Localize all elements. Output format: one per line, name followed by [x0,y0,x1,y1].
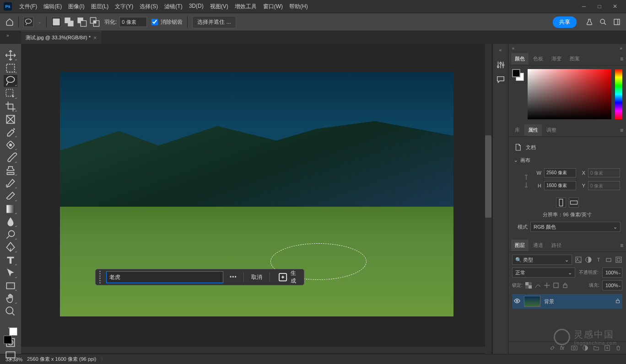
menu-view[interactable]: 视图(V) [207,1,231,12]
lock-artboard-icon[interactable] [553,282,559,289]
dodge-tool[interactable] [4,229,17,241]
new-layer-icon[interactable] [604,345,610,351]
gradient-tool[interactable] [4,203,17,215]
minimize-button[interactable]: ─ [580,3,588,10]
blur-tool[interactable] [4,216,17,228]
hand-tool[interactable] [4,293,17,305]
screenmode-tool[interactable] [4,349,17,361]
background-swatch[interactable] [9,327,17,336]
dropdown-caret-icon[interactable]: ⌄ [38,20,42,24]
canvas-area[interactable]: ••• 取消 生成 [21,44,492,354]
width-input[interactable] [544,168,576,177]
generative-prompt-input[interactable] [106,271,223,283]
canvas-scrollbar-v[interactable] [485,44,491,354]
move-tool[interactable] [4,49,17,61]
height-input[interactable] [544,181,576,190]
menu-3d[interactable]: 3D(D) [186,1,206,12]
lasso-tool[interactable] [4,75,17,87]
antialias-checkbox[interactable] [151,19,158,25]
color-swatch-pair[interactable] [512,69,524,81]
selection-new-icon[interactable] [51,17,61,27]
color-field[interactable] [528,69,611,119]
type-tool[interactable] [4,254,17,266]
tab-layers[interactable]: 图层 [511,240,529,251]
zoom-tool[interactable] [4,305,17,317]
panel-menu-icon[interactable]: ≡ [620,56,623,62]
layer-item-background[interactable]: 背景 [512,294,622,309]
menu-filter[interactable]: 滤镜(T) [162,1,185,12]
panel-menu-icon[interactable]: ≡ [620,242,623,249]
close-button[interactable]: ✕ [611,3,619,10]
filter-type-icon[interactable]: T [595,256,602,263]
feather-input[interactable] [119,17,147,27]
adjustments-strip-icon[interactable] [496,60,506,70]
tab-adjustments[interactable]: 调整 [543,124,560,136]
tab-close-icon[interactable]: × [93,34,97,41]
delete-layer-icon[interactable] [615,345,621,351]
selection-add-icon[interactable] [64,17,74,27]
menu-select[interactable]: 选择(S) [137,1,161,12]
group-layers-icon[interactable] [593,345,599,351]
color-mode-select[interactable]: RGB 颜色⌄ [530,222,621,232]
link-icon[interactable] [523,173,529,189]
search-icon[interactable] [599,18,607,26]
lasso-tool-preset[interactable] [23,17,33,27]
more-options-icon[interactable]: ••• [227,274,240,280]
maximize-button[interactable]: □ [596,3,603,10]
foreground-swatch[interactable] [4,336,12,344]
filter-pixel-icon[interactable] [575,256,582,263]
filter-smart-icon[interactable] [615,256,622,263]
toolbar-collapse-icon[interactable]: » [6,33,9,38]
panel-collapse-icon[interactable]: « [512,46,515,51]
tab-swatches[interactable]: 色板 [529,53,547,64]
rectangle-tool[interactable] [4,280,17,292]
tab-properties[interactable]: 属性 [524,124,542,136]
cancel-button[interactable]: 取消 [248,272,266,283]
layer-name[interactable]: 背景 [544,298,611,305]
link-layers-icon[interactable] [549,345,556,351]
selection-intersect-icon[interactable] [90,17,100,27]
workspace-icon[interactable] [613,18,621,26]
tab-color[interactable]: 颜色 [511,53,529,64]
lock-position-icon[interactable] [544,282,550,289]
generate-button[interactable]: 生成 [274,268,300,287]
brush-tool[interactable] [4,152,17,164]
clone-stamp-tool[interactable] [4,165,17,177]
status-doc-info[interactable]: 2560 像素 x 1600 像素 (96 ppi) [27,356,96,363]
eraser-tool[interactable] [4,190,17,202]
pen-tool[interactable] [4,241,17,253]
menu-image[interactable]: 图像(I) [65,1,87,12]
blend-mode-select[interactable]: 正常⌄ [512,268,575,278]
layer-mask-icon[interactable] [571,345,577,351]
home-icon[interactable] [5,18,14,26]
tab-channels[interactable]: 通道 [529,240,547,251]
tab-libraries[interactable]: 库 [511,124,523,136]
marquee-tool[interactable] [4,62,17,74]
panel-collapse-icon[interactable]: » [620,46,622,51]
menu-edit[interactable]: 编辑(E) [41,1,65,12]
filter-adjust-icon[interactable] [585,256,592,263]
foreground-swatch[interactable] [512,69,520,77]
antialias-group[interactable]: 消除锯齿 [151,18,183,26]
orientation-portrait-icon[interactable] [556,198,566,208]
tab-paths[interactable]: 路径 [548,240,565,251]
path-selection-tool[interactable] [4,267,17,279]
menu-type[interactable]: 文字(Y) [112,1,136,12]
hue-slider[interactable] [615,69,622,119]
layer-visibility-icon[interactable] [514,298,520,305]
spot-heal-tool[interactable] [4,139,17,151]
orientation-landscape-icon[interactable] [569,198,579,208]
object-selection-tool[interactable] [4,88,17,100]
canvas-scrollbar-h[interactable] [21,347,485,353]
layer-filter-select[interactable]: 🔍 类型⌄ [512,255,572,265]
scrollbar-thumb[interactable] [485,135,491,218]
fill-input[interactable]: 100%⌄ [602,280,622,290]
lock-image-icon[interactable] [534,282,541,289]
menu-plugins[interactable]: 增效工具 [232,1,259,12]
generative-fill-bar[interactable]: ••• 取消 生成 [95,269,304,285]
crop-tool[interactable] [4,101,17,112]
tab-patterns[interactable]: 图案 [566,53,583,64]
adjustment-layer-icon[interactable] [582,345,588,351]
panel-menu-icon[interactable]: ≡ [620,127,623,134]
menu-window[interactable]: 窗口(W) [260,1,286,12]
